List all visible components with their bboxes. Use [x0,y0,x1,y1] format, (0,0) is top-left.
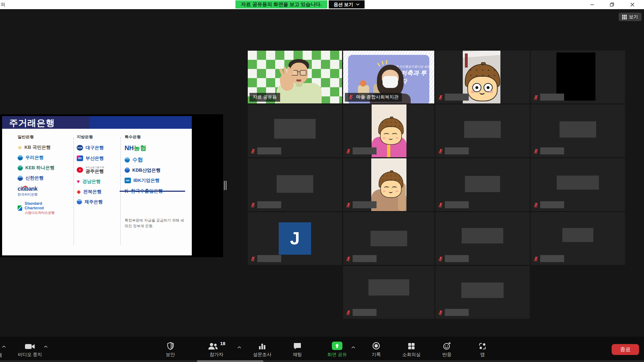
bank-entry: ✳KB 국민은행 [18,145,72,150]
leave-meeting-button[interactable]: 종료 [612,344,639,355]
video-tile[interactable]: 자료 공유용 [248,51,342,103]
share-screen-button[interactable]: 화면 공유 [320,341,354,358]
bank-name: 경남은행 [82,179,101,184]
muted-mic-icon [533,202,539,208]
polls-button[interactable]: 설문조사 [246,341,278,358]
participants-icon [208,342,219,350]
blurred-name-label [445,309,469,316]
participants-button[interactable]: 18 참가자 [200,341,233,358]
video-tile[interactable] [435,51,530,103]
muted-mic-icon [346,148,351,154]
shared-slide: 주거래은행 일반은행✳KB 국민은행우리은행KEB 하나은행신한은행citiba… [2,116,192,255]
initial-avatar: J [279,222,311,255]
bank-name: Standard Chartered [25,201,51,210]
video-tile[interactable] [435,158,530,211]
blurred-name-label [445,147,469,154]
blurred-name-label [445,255,469,262]
participant-name: 마들 종합사회복지관 [356,94,399,100]
unmute-label-fragment: 제 [0,352,2,358]
slide-heading: 저축과 투자 [401,69,429,85]
bank-column-header: 일반은행 [18,134,72,140]
bank-name: 전북은행 [83,189,102,194]
blurred-name-label [540,255,564,262]
video-tile[interactable] [248,104,342,157]
video-tile[interactable] [531,158,625,211]
acorn-character-sticker [379,172,403,199]
muted-mic-icon [250,148,256,154]
bank-name: 수협 [132,157,143,163]
video-camera-icon [25,343,35,350]
muted-mic-icon [346,256,351,262]
muted-mic-icon [250,256,256,262]
participant-name: 자료 공유용 [253,94,277,100]
blurred-center-name [462,228,503,243]
bank-entry: Standard Chartered스탠다드차타드은행 [18,201,72,215]
apps-button[interactable]: 앱 [467,341,498,358]
restore-button[interactable] [607,1,617,8]
video-tile[interactable] [343,158,434,211]
blurred-name-label [540,147,564,154]
video-tile[interactable] [343,212,434,265]
video-tile[interactable] [343,104,434,157]
bank-entry: NH농협 [125,145,189,152]
video-tile[interactable] [531,51,625,103]
audio-options-caret[interactable] [2,343,6,349]
video-tile[interactable] [343,266,434,319]
muted-mic-icon [438,148,443,154]
chat-button[interactable]: 채팅 [282,341,313,358]
window-titlebar: 의 자료 공유용의 화면을 보고 있습니다. 옵션 보기 [0,0,644,9]
bank-name: NH농협 [125,145,146,152]
bank-logo-icon: ✳ [18,145,22,150]
video-tile[interactable] [435,104,530,157]
view-layout-button[interactable]: 보기 [619,13,642,21]
reactions-button[interactable]: 반응 [431,341,463,358]
share-resize-handle[interactable] [224,181,227,190]
video-tile[interactable] [531,212,625,265]
bank-logo-icon [77,199,82,204]
shared-screen-area: 주거래은행 일반은행✳KB 국민은행우리은행KEB 하나은행신한은행citiba… [0,114,223,257]
participants-options-caret[interactable] [237,344,241,350]
video-tile[interactable] [435,266,530,319]
view-options-button[interactable]: 옵션 보기 [329,0,365,8]
video-options-caret[interactable] [44,343,48,349]
bank-column-general: 일반은행✳KB 국민은행우리은행KEB 하나은행신한은행citibank한국씨티… [18,134,72,220]
bank-logo-icon: BS [77,155,83,161]
bank-entry: BS부산은행 [77,155,119,161]
blurred-center-name [461,282,504,298]
video-tile[interactable]: 서울형 자산형성지원사업 금융 교육 저축과 투자 마들 종합사회복지관 [343,51,434,103]
bank-logo-icon [125,167,130,173]
breakout-rooms-button[interactable]: 소회의실 [396,341,427,358]
bank-subtitle: 스탠다드차타드은행 [25,211,55,215]
minimize-button[interactable] [587,1,598,8]
banner-text: 자료 공유용의 화면을 보고 있습니다. [241,1,322,8]
blurred-name-label [540,201,564,208]
bank-logo-icon [18,176,23,181]
blurred-center-name [277,175,313,193]
bank-name: citibank [18,186,37,192]
video-tile[interactable]: J [248,212,342,265]
strikethrough-line [120,191,185,192]
record-button[interactable]: 기록 [360,341,392,358]
blurred-name-label [353,255,377,262]
video-tile[interactable] [531,104,625,157]
chat-label: 채팅 [293,351,302,358]
bank-logo-icon: ✚ [77,167,83,173]
blurred-name-label [257,255,281,262]
bank-name: 우리은행 [25,155,44,160]
participant-name-label: 자료 공유용 [250,93,280,102]
close-icon [630,2,634,7]
video-tile[interactable] [435,212,530,265]
bank-entry: 제주은행 [77,199,119,204]
bank-entry: 신한은행 [18,176,72,181]
close-button[interactable] [627,1,638,8]
bank-name: 광주은행 [86,169,104,174]
share-options-caret[interactable] [351,344,355,350]
bank-column-header: 지방은행 [77,134,119,140]
stop-video-button[interactable]: 비디오 중지 [14,341,46,358]
video-tile[interactable] [248,158,342,211]
security-button[interactable]: 보안 [155,341,186,358]
column-divider [74,137,74,245]
bank-entry: 수협 [125,157,189,163]
bank-name: 제주은행 [84,199,103,204]
acorn-character-sticker [378,118,404,146]
